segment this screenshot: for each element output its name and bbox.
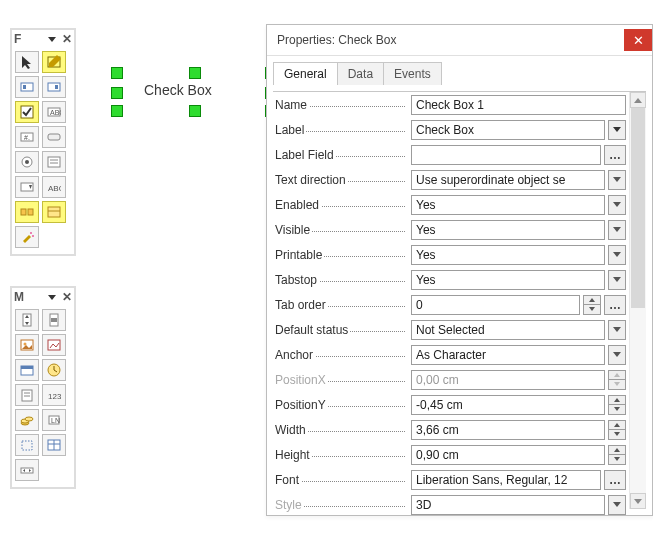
position-x-input [411, 370, 605, 390]
resize-handle[interactable] [111, 67, 123, 79]
option-button-tool-button[interactable] [15, 151, 39, 173]
form-design-button[interactable] [42, 201, 66, 223]
toolbar-menu-icon[interactable] [48, 295, 56, 300]
more-controls-button[interactable] [15, 201, 39, 223]
dialog-close-button[interactable]: ✕ [624, 29, 652, 51]
image-control-tool-button[interactable] [42, 334, 66, 356]
dropdown-icon[interactable] [608, 495, 626, 515]
wizards-button[interactable] [15, 226, 39, 248]
pattern-field-tool-button[interactable]: LN [42, 409, 66, 431]
design-checkbox-control[interactable]: Check Box [116, 72, 272, 112]
toolbar-close-icon[interactable]: ✕ [62, 290, 72, 304]
resize-handle[interactable] [111, 105, 123, 117]
table-control-tool-button[interactable] [42, 434, 66, 456]
tab-data[interactable]: Data [338, 62, 384, 85]
label-default-status: Default status [275, 323, 411, 337]
form-control-button-2[interactable] [42, 76, 66, 98]
svg-rect-26 [51, 318, 57, 322]
resize-handle[interactable] [111, 87, 123, 99]
svg-text:ABC: ABC [48, 184, 61, 193]
svg-rect-31 [21, 366, 33, 369]
label-tool-button[interactable]: ABC [42, 176, 66, 198]
toolbar-menu-icon[interactable] [48, 37, 56, 42]
numeric-field-tool-button[interactable]: 123 [42, 384, 66, 406]
visible-select[interactable] [411, 220, 605, 240]
font-input[interactable] [411, 470, 601, 490]
navigation-bar-tool-button[interactable] [15, 459, 39, 481]
tab-order-input[interactable] [411, 295, 580, 315]
ellipsis-button[interactable]: … [604, 295, 626, 315]
dropdown-icon[interactable] [608, 195, 626, 215]
dropdown-icon[interactable] [608, 345, 626, 365]
label-anchor: Anchor [275, 348, 411, 362]
dropdown-icon[interactable] [608, 120, 626, 140]
default-status-select[interactable] [411, 320, 605, 340]
currency-field-tool-button[interactable] [15, 409, 39, 431]
tabstop-select[interactable] [411, 270, 605, 290]
dropdown-icon[interactable] [608, 170, 626, 190]
dropdown-icon[interactable] [608, 320, 626, 340]
scrollbar-tool-button[interactable] [42, 309, 66, 331]
label-input[interactable] [411, 120, 605, 140]
toolbar-close-icon[interactable]: ✕ [62, 32, 72, 46]
label-tabstop: Tabstop [275, 273, 411, 287]
tab-events[interactable]: Events [384, 62, 442, 85]
scroll-thumb[interactable] [631, 108, 645, 308]
svg-rect-46 [21, 468, 33, 473]
label-field-input[interactable] [411, 145, 601, 165]
time-field-tool-button[interactable] [42, 359, 66, 381]
svg-text:LN: LN [51, 417, 60, 424]
checkbox-tool-button[interactable] [15, 101, 39, 123]
dropdown-icon[interactable] [608, 220, 626, 240]
date-field-tool-button[interactable] [15, 359, 39, 381]
spin-buttons[interactable] [608, 395, 626, 415]
label-text-direction: Text direction [275, 173, 411, 187]
resize-handle[interactable] [189, 105, 201, 117]
dropdown-icon[interactable] [608, 245, 626, 265]
enabled-select[interactable] [411, 195, 605, 215]
scrollbar[interactable] [629, 92, 646, 509]
file-selection-tool-button[interactable] [15, 384, 39, 406]
scroll-down-icon[interactable] [630, 493, 646, 509]
formatted-field-button[interactable]: #. [15, 126, 39, 148]
spin-buttons [608, 370, 626, 390]
spin-buttons[interactable] [583, 295, 601, 315]
dropdown-icon[interactable] [608, 270, 626, 290]
height-input[interactable] [411, 445, 605, 465]
spin-buttons[interactable] [608, 420, 626, 440]
width-input[interactable] [411, 420, 605, 440]
push-button-tool-button[interactable] [42, 126, 66, 148]
design-mode-button[interactable] [42, 51, 66, 73]
svg-rect-19 [28, 209, 33, 215]
textbox-tool-button[interactable]: ABC [42, 101, 66, 123]
ellipsis-button[interactable]: … [604, 470, 626, 490]
text-direction-select[interactable] [411, 170, 605, 190]
style-select[interactable] [411, 495, 605, 515]
select-tool-button[interactable] [15, 51, 39, 73]
resize-handle[interactable] [189, 67, 201, 79]
listbox-tool-button[interactable] [42, 151, 66, 173]
form-control-button-1[interactable] [15, 76, 39, 98]
dialog-titlebar[interactable]: Properties: Check Box ✕ [267, 25, 652, 56]
label-visible: Visible [275, 223, 411, 237]
label-name: Name [275, 98, 411, 112]
name-input[interactable] [411, 95, 626, 115]
label-font: Font [275, 473, 411, 487]
spin-buttons[interactable] [608, 445, 626, 465]
image-button-tool-button[interactable] [15, 334, 39, 356]
tab-general[interactable]: General [273, 62, 338, 85]
printable-select[interactable] [411, 245, 605, 265]
svg-point-23 [32, 235, 34, 237]
ellipsis-button[interactable]: … [604, 145, 626, 165]
scroll-up-icon[interactable] [630, 92, 646, 108]
toolbar-form-controls: F ✕ ABC #. ABC [10, 28, 76, 256]
svg-rect-3 [48, 83, 60, 91]
combobox-tool-button[interactable] [15, 176, 39, 198]
spin-button-tool-button[interactable] [15, 309, 39, 331]
group-box-tool-button[interactable] [15, 434, 39, 456]
label-printable: Printable [275, 248, 411, 262]
anchor-select[interactable] [411, 345, 605, 365]
control-label: Check Box [144, 82, 212, 98]
position-y-input[interactable] [411, 395, 605, 415]
label-width: Width [275, 423, 411, 437]
